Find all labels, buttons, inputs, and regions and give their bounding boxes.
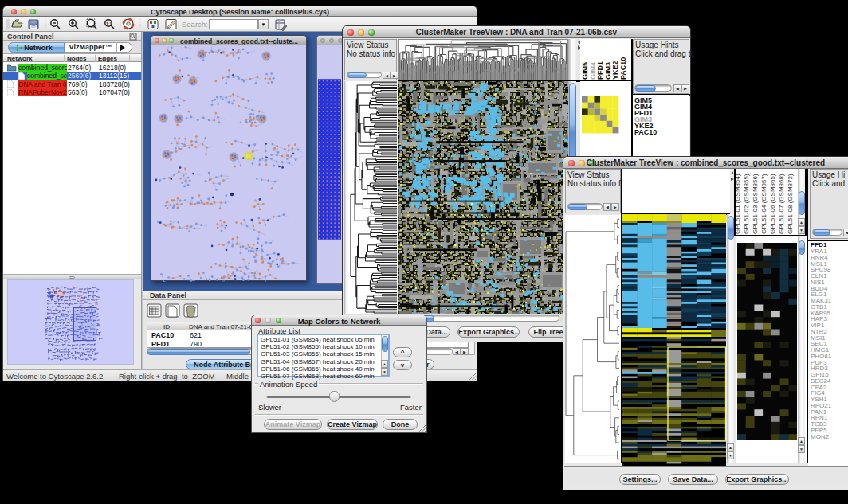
svg-text:GPL51-03 (GSM856): GPL51-03 (GSM856)	[752, 174, 759, 234]
svg-text:GPL51-01 (GSM854): GPL51-01 (GSM854)	[736, 174, 741, 234]
svg-text:1:1: 1:1	[106, 21, 112, 26]
svg-text:PFD1: PFD1	[596, 61, 604, 80]
svg-text:GPL51-08 (GSM872): GPL51-08 (GSM872)	[787, 174, 794, 234]
svg-text:GIM5: GIM5	[581, 62, 589, 80]
svg-text:GIM3: GIM3	[604, 62, 612, 80]
svg-text:GPL51-06 (GSM865): GPL51-06 (GSM865)	[769, 174, 776, 234]
svg-text:YKE2: YKE2	[611, 61, 619, 80]
svg-text:GPL51-07 (GSM868): GPL51-07 (GSM868)	[778, 174, 785, 234]
svg-text:GPL51-04 (GSM857): GPL51-04 (GSM857)	[760, 174, 768, 234]
svg-text:PAC10: PAC10	[619, 57, 627, 80]
svg-text:GIM4: GIM4	[589, 62, 597, 80]
svg-text:GPL51-02 (GSM855): GPL51-02 (GSM855)	[743, 174, 750, 234]
